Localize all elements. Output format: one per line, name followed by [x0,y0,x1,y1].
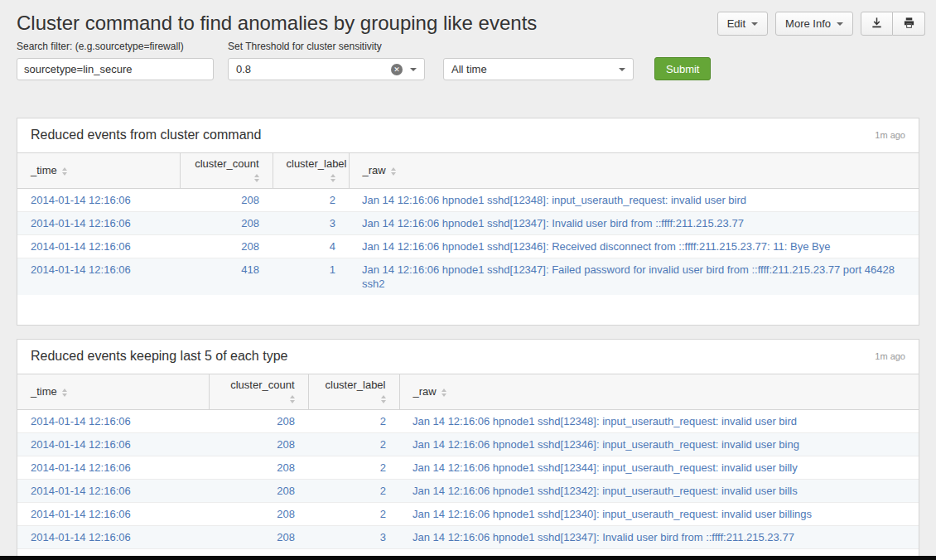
cell-cluster-count: 208 [180,212,273,235]
cell-cluster-label: 3 [273,212,349,235]
cell-value[interactable]: 2 [380,485,386,497]
chevron-down-icon [619,68,625,71]
column-header-time[interactable]: _time [17,374,209,410]
panel-header: Reduced events keeping last 5 of each ty… [17,340,919,374]
column-header-label: cluster_count [195,157,258,170]
cell-value[interactable]: Jan 14 12:16:06 hpnode1 sshd[12340]: inp… [413,508,812,520]
cell-value[interactable]: Jan 14 12:16:06 hpnode1 sshd[12346]: inp… [413,438,799,451]
cell-value[interactable]: 2 [380,438,386,451]
cell-time: 2014-01-14 12:16:06 [17,503,209,526]
cell-value[interactable]: 208 [241,240,259,253]
sort-icon [381,395,386,403]
cell-value[interactable]: 2014-01-14 12:16:06 [31,415,131,427]
column-header-raw[interactable]: _raw [349,153,919,189]
search-filter-block: Search filter: (e.g.sourcetype=firewall) [17,41,214,80]
cell-value[interactable]: 3 [380,531,386,543]
cell-value[interactable]: 208 [241,194,259,206]
cell-value[interactable]: 2014-01-14 12:16:06 [31,240,131,253]
table-row: 2014-01-14 12:16:062082Jan 14 12:16:06 h… [17,410,919,433]
threshold-combobox[interactable]: 0.8 ✕ [228,58,425,80]
cell-raw: Jan 14 12:16:06 hpnode1 sshd[12347]: Fai… [349,258,919,296]
cell-value[interactable]: Jan 14 12:16:06 hpnode1 sshd[12348]: inp… [413,415,797,427]
column-header-cluster-label[interactable]: cluster_label [273,153,349,189]
cell-cluster-count: 208 [180,189,273,212]
cell-cluster-count: 208 [209,480,308,503]
cell-value[interactable]: 208 [277,485,295,497]
table-header-row: _timecluster_countcluster_label_raw [17,374,919,410]
cell-value[interactable]: 4 [330,240,335,253]
cell-cluster-label: 2 [308,503,399,526]
time-range-picker[interactable]: All time [443,58,634,80]
cell-value[interactable]: 418 [241,263,259,276]
page-title: Cluster command to find anomalies by gro… [17,12,537,35]
cell-value[interactable]: 208 [277,508,295,520]
cell-value[interactable]: 2014-01-14 12:16:06 [31,438,131,451]
cell-time: 2014-01-14 12:16:06 [17,189,180,212]
column-header-cluster-count[interactable]: cluster_count [209,374,308,410]
cell-cluster-count: 208 [209,503,308,526]
table-row: 2014-01-14 12:16:062083Jan 14 12:16:06 h… [17,526,919,549]
cell-cluster-label: 2 [308,410,399,433]
column-header-cluster-label[interactable]: cluster_label [308,374,399,410]
sort-icon [62,389,67,397]
cell-value[interactable]: 2 [380,415,386,427]
column-header-cluster-count[interactable]: cluster_count [180,153,273,189]
search-filter-input[interactable] [17,58,214,80]
column-header-label: cluster_count [230,379,294,391]
cell-raw: Jan 14 12:16:06 hpnode1 sshd[12347]: Inv… [399,526,919,549]
cell-raw: Jan 14 12:16:06 hpnode1 sshd[12347]: Inv… [349,212,919,235]
more-info-button[interactable]: More Info [775,12,853,36]
cell-value[interactable]: Jan 14 12:16:06 hpnode1 sshd[12347]: Inv… [413,531,794,543]
cell-value[interactable]: 208 [277,438,295,451]
edit-button-label: Edit [727,17,745,30]
cell-value[interactable]: 2014-01-14 12:16:06 [31,508,131,520]
cell-time: 2014-01-14 12:16:06 [17,212,180,235]
table-row: 2014-01-14 12:16:062082Jan 14 12:16:06 h… [17,503,919,526]
time-range-value: All time [451,63,487,75]
cell-value[interactable]: 2014-01-14 12:16:06 [31,531,131,543]
clear-icon[interactable]: ✕ [391,64,403,75]
column-header-time[interactable]: _time [17,153,180,189]
cell-time: 2014-01-14 12:16:06 [17,235,180,258]
cell-value[interactable]: 2 [380,461,386,474]
cell-value[interactable]: Jan 14 12:16:06 hpnode1 sshd[12348]: inp… [362,194,746,206]
cell-value[interactable]: Jan 14 12:16:06 hpnode1 sshd[12344]: inp… [413,461,798,474]
more-info-button-label: More Info [785,17,831,30]
cell-value[interactable]: 2014-01-14 12:16:06 [31,485,131,497]
cell-value[interactable]: 2014-01-14 12:16:06 [31,194,131,206]
cell-value[interactable]: 2014-01-14 12:16:06 [31,461,131,474]
edit-button[interactable]: Edit [717,12,768,36]
cell-value[interactable]: Jan 14 12:16:06 hpnode1 sshd[12342]: inp… [413,485,798,497]
table-header-row: _timecluster_countcluster_label_raw [17,153,919,189]
cell-value[interactable]: 2 [330,194,335,206]
print-button[interactable] [893,12,925,36]
cell-cluster-label: 2 [308,433,399,456]
table-row: 2014-01-14 12:16:062082Jan 14 12:16:06 h… [17,433,919,456]
submit-button[interactable]: Submit [654,57,711,80]
cell-value[interactable]: 2 [380,508,386,520]
chevron-down-icon [751,22,758,26]
column-header-raw[interactable]: _raw [399,374,919,410]
cell-value[interactable]: Jan 14 12:16:06 hpnode1 sshd[12346]: Rec… [362,240,830,253]
cell-cluster-label: 3 [308,526,399,549]
cell-value[interactable]: 3 [330,217,335,229]
cell-value[interactable]: 208 [277,531,295,543]
threshold-label: Set Threshold for cluster sensitivity [228,41,425,52]
panel-title: Reduced events keeping last 5 of each ty… [31,349,287,364]
sort-icon [62,167,67,176]
cell-value[interactable]: 2014-01-14 12:16:06 [31,217,131,229]
table-row: 2014-01-14 12:16:062082Jan 14 12:16:06 h… [17,189,919,212]
cell-value[interactable]: 2014-01-14 12:16:06 [31,263,131,276]
cell-value[interactable]: Jan 14 12:16:06 hpnode1 sshd[12347]: Inv… [362,217,744,229]
cell-value[interactable]: 1 [330,263,335,276]
cell-value[interactable]: 208 [241,217,259,229]
table-wrap: _timecluster_countcluster_label_raw 2014… [17,152,919,325]
cell-raw: Jan 14 12:16:06 hpnode1 sshd[12342]: inp… [399,480,919,503]
cell-value[interactable]: 208 [277,415,295,427]
top-actions: Edit More Info [717,12,925,36]
results-table: _timecluster_countcluster_label_raw 2014… [17,152,919,295]
cell-value[interactable]: 208 [277,461,295,474]
table-row: 2014-01-14 12:16:062082Jan 14 12:16:06 h… [17,480,919,503]
cell-value[interactable]: Jan 14 12:16:06 hpnode1 sshd[12347]: Fai… [362,263,895,290]
export-button[interactable] [861,12,893,36]
